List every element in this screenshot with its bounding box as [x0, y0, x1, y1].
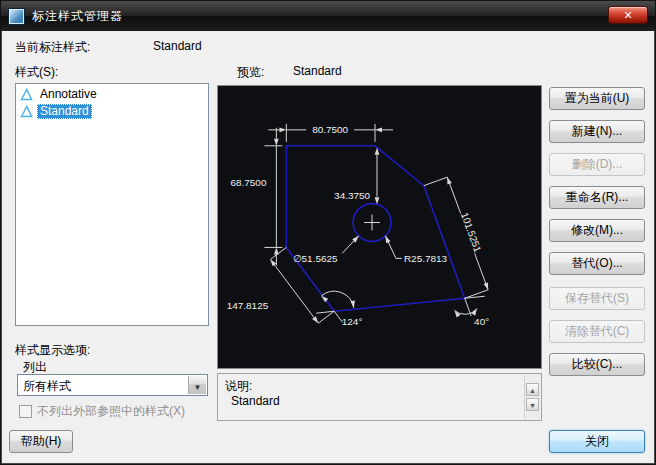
style-preview-panel: 80.7500 68.7500 34.3750 101.5251 ∅51.562… — [217, 85, 542, 369]
app-icon — [9, 9, 24, 24]
set-current-button[interactable]: 置为当前(U) — [549, 87, 645, 110]
xref-filter-row: 不列出外部参照中的样式(X) — [19, 403, 185, 420]
style-item-standard[interactable]: Standard — [18, 103, 206, 120]
save-override-button: 保存替代(S) — [549, 287, 645, 310]
xref-checkbox-label: 不列出外部参照中的样式(X) — [37, 403, 185, 420]
new-button[interactable]: 新建(N)... — [549, 120, 645, 143]
dim-lower-left: 147.8125 — [227, 300, 269, 311]
override-button[interactable]: 替代(O)... — [549, 252, 645, 275]
annotative-style-icon — [20, 105, 33, 118]
preview-style-name: Standard — [293, 64, 342, 78]
styles-list[interactable]: Annotative Standard — [15, 83, 209, 326]
description-box: 说明: Standard ▲ ▼ — [217, 373, 542, 421]
styles-list-label: 样式(S): — [15, 64, 58, 81]
description-value: Standard — [231, 394, 280, 408]
preview-label: 预览: — [237, 64, 264, 81]
clear-override-button: 清除替代(C) — [549, 320, 645, 343]
scroll-down-icon[interactable]: ▼ — [526, 398, 539, 411]
dimension-style-manager-dialog: 标注样式管理器 ✕ 当前标注样式: Standard 样式(S): 预览: St… — [0, 0, 656, 465]
dimension-texts: 80.7500 68.7500 34.3750 101.5251 ∅51.562… — [227, 124, 489, 327]
window-title: 标注样式管理器 — [32, 8, 123, 25]
description-scrollbar[interactable]: ▲ ▼ — [524, 375, 540, 419]
shape-outline — [286, 146, 464, 311]
current-style-label: 当前标注样式: — [15, 39, 90, 56]
xref-checkbox — [19, 405, 32, 418]
list-filter-dropdown[interactable]: 所有样式 ▼ — [17, 374, 208, 396]
dim-right: 101.5251 — [459, 211, 484, 254]
dimension-arrows — [270, 127, 488, 323]
modify-button[interactable]: 修改(M)... — [549, 219, 645, 242]
dim-top: 80.7500 — [312, 124, 348, 135]
current-style-value: Standard — [153, 39, 202, 53]
annotative-style-icon — [20, 88, 33, 101]
description-label: 说明: — [225, 378, 252, 395]
preview-drawing: 80.7500 68.7500 34.3750 101.5251 ∅51.562… — [218, 86, 543, 369]
close-icon: ✕ — [623, 9, 632, 21]
help-button[interactable]: 帮助(H) — [9, 430, 73, 453]
scroll-up-icon[interactable]: ▲ — [526, 383, 539, 396]
style-display-options-label: 样式显示选项: — [15, 342, 90, 359]
delete-button: 删除(D)... — [549, 153, 645, 176]
list-filter-value: 所有样式 — [23, 378, 71, 395]
style-item-annotative[interactable]: Annotative — [18, 86, 206, 103]
dim-angle-right: 40° — [474, 316, 489, 327]
dim-middle: 34.3750 — [334, 190, 370, 201]
style-item-label: Standard — [37, 104, 92, 119]
compare-button[interactable]: 比较(C)... — [549, 353, 645, 376]
window-close-button[interactable]: ✕ — [608, 6, 648, 24]
dropdown-button[interactable]: ▼ — [188, 376, 206, 394]
dim-angle-bottom: 124° — [342, 316, 363, 327]
dim-diameter: ∅51.5625 — [293, 253, 338, 264]
style-item-label: Annotative — [37, 87, 100, 102]
rename-button[interactable]: 重命名(R)... — [549, 186, 645, 209]
close-button[interactable]: 关闭 — [549, 430, 645, 453]
dim-radius: R25.7813 — [404, 253, 448, 264]
dim-left: 68.7500 — [230, 177, 266, 188]
chevron-down-icon: ▼ — [194, 383, 202, 392]
titlebar[interactable]: 标注样式管理器 ✕ — [1, 1, 655, 31]
